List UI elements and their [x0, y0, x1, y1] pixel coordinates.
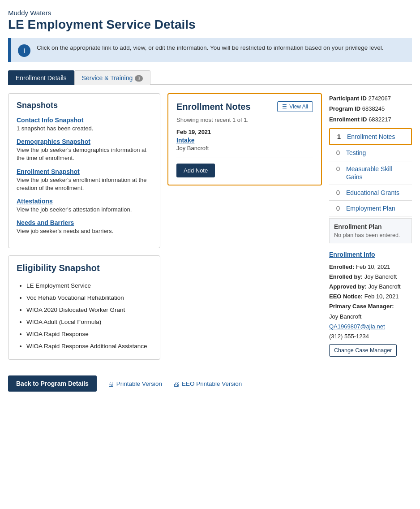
- demographics-snapshot-desc: View the job seeker's demographics infor…: [17, 146, 152, 162]
- eligibility-list: LE Employment Service Voc Rehab Vocation…: [17, 280, 152, 352]
- needs-barriers-link[interactable]: Needs and Barriers: [17, 219, 152, 226]
- nav-item-measurable-skill-gains[interactable]: 0 Measurable Skill Gains: [329, 161, 412, 185]
- snapshot-contact-info: Contact Info Snapshot 1 snapshot has bee…: [17, 116, 152, 133]
- printable-version-link[interactable]: 🖨 Printable Version: [107, 380, 162, 388]
- snapshot-enrollment: Enrollment Snapshot View the job seeker'…: [17, 168, 152, 192]
- note-author: Joy Bancroft: [176, 145, 313, 151]
- nav-label-employment-plan: Employment Plan: [346, 204, 395, 212]
- nav-label-measurable-skill-gains: Measurable Skill Gains: [346, 165, 407, 181]
- divider: [176, 158, 313, 158]
- nav-item-employment-plan[interactable]: 0 Employment Plan: [329, 201, 412, 216]
- enrollment-id-label: Enrollment ID: [329, 116, 367, 123]
- nav-label-educational-grants: Educational Grants: [346, 189, 399, 197]
- list-item: WIOA Rapid Response Additional Assistanc…: [26, 340, 152, 352]
- enrollment-plan-text: No plan has been entered.: [334, 232, 407, 238]
- change-case-manager-button[interactable]: Change Case Manager: [329, 344, 397, 357]
- banner-text: Click on the appropriate link to add, vi…: [37, 43, 383, 52]
- email-link[interactable]: QA1969807@ajla.net: [329, 323, 385, 330]
- snapshot-demographics: Demographics Snapshot View the job seeke…: [17, 138, 152, 162]
- list-icon: ☰: [282, 104, 287, 110]
- demographics-snapshot-link[interactable]: Demographics Snapshot: [17, 138, 152, 145]
- contact-info-snapshot-link[interactable]: Contact Info Snapshot: [17, 116, 152, 124]
- email-row: QA1969807@ajla.net: [329, 322, 412, 332]
- list-item: WIOA Adult (Local Formula): [26, 316, 152, 328]
- enrollment-notes-card: Enrollment Notes ☰ View All Showing most…: [167, 93, 322, 185]
- participant-info: Participant ID 2742067 Program ID 683824…: [329, 93, 412, 125]
- service-training-badge: 3: [135, 75, 143, 82]
- note-intake-link[interactable]: Intake: [176, 137, 313, 144]
- program-id-label: Program ID: [329, 105, 360, 112]
- list-item: LE Employment Service: [26, 280, 152, 292]
- note-date: Feb 19, 2021: [176, 129, 313, 135]
- eeo-print-icon: 🖨: [173, 380, 180, 388]
- enrollment-info-link[interactable]: Enrollment Info: [329, 250, 412, 260]
- enrollment-notes-title: Enrollment Notes: [176, 102, 251, 112]
- attestations-desc: View the job seeker's attestation inform…: [17, 206, 152, 214]
- snapshots-card: Snapshots Contact Info Snapshot 1 snapsh…: [8, 93, 160, 248]
- nav-item-enrollment-notes[interactable]: 1 Enrollment Notes: [329, 128, 412, 145]
- info-icon: i: [18, 44, 30, 57]
- nav-label-enrollment-notes: Enrollment Notes: [347, 133, 395, 141]
- add-note-button[interactable]: Add Note: [176, 164, 215, 177]
- eeo-notice-row: EEO Notice: Feb 10, 2021: [329, 292, 412, 302]
- enrollment-snapshot-link[interactable]: Enrollment Snapshot: [17, 168, 152, 175]
- enrollment-info-section: Enrollment Info Enrolled: Feb 10, 2021 E…: [329, 250, 412, 357]
- enrolled-row: Enrolled: Feb 10, 2021: [329, 262, 412, 272]
- tab-enrollment-details[interactable]: Enrollment Details: [8, 70, 74, 85]
- nav-count-employment-plan: 0: [334, 204, 343, 212]
- enrolled-by-row: Enrolled by: Joy Bancroft: [329, 272, 412, 282]
- list-item: WIOA 2020 Dislocated Worker Grant: [26, 304, 152, 316]
- enrollment-plan-section: Enrollment Plan No plan has been entered…: [329, 218, 412, 243]
- list-item: Voc Rehab Vocational Rehabilitation: [26, 292, 152, 304]
- list-item: WIOA Rapid Response: [26, 328, 152, 340]
- right-sidebar: Participant ID 2742067 Program ID 683824…: [329, 93, 412, 357]
- phone-row: (312) 555-1234: [329, 332, 412, 341]
- footer-bar: Back to Program Details 🖨 Printable Vers…: [8, 369, 412, 392]
- eeo-printable-version-link[interactable]: 🖨 EEO Printable Version: [173, 380, 242, 388]
- snapshots-title: Snapshots: [17, 101, 152, 110]
- notes-showing-text: Showing most recent 1 of 1.: [176, 116, 313, 123]
- nav-count-testing: 0: [334, 149, 343, 156]
- print-icon: 🖨: [107, 380, 114, 388]
- participant-id-value: 2742067: [368, 95, 391, 102]
- nav-item-testing[interactable]: 0 Testing: [329, 145, 412, 161]
- primary-case-manager-row: Primary Case Manager: Joy Bancroft: [329, 302, 412, 321]
- enrollment-snapshot-desc: View the job seeker's enrollment informa…: [17, 176, 152, 192]
- eligibility-title: Eligibility Snapshot: [17, 263, 152, 273]
- view-all-button[interactable]: ☰ View All: [277, 101, 313, 112]
- snapshot-needs-barriers: Needs and Barriers View job seeker's nee…: [17, 219, 152, 235]
- tabs-bar: Enrollment Details Service & Training3: [8, 70, 412, 85]
- contact-info-snapshot-desc: 1 snapshot has been created.: [17, 125, 152, 133]
- page-title: LE Employment Service Details: [8, 17, 412, 32]
- enrollment-id-value: 6832217: [369, 116, 391, 123]
- attestations-link[interactable]: Attestations: [17, 198, 152, 205]
- nav-count-measurable-skill-gains: 0: [334, 165, 343, 173]
- tab-service-training[interactable]: Service & Training3: [74, 70, 151, 85]
- nav-label-testing: Testing: [346, 149, 366, 157]
- person-name: Muddy Waters: [8, 9, 412, 17]
- nav-count-educational-grants: 0: [334, 189, 343, 196]
- participant-id-label: Participant ID: [329, 95, 367, 102]
- back-to-program-details-button[interactable]: Back to Program Details: [8, 375, 97, 392]
- nav-count-enrollment-notes: 1: [334, 133, 343, 140]
- approved-by-row: Approved by: Joy Bancroft: [329, 282, 412, 292]
- needs-barriers-desc: View job seeker's needs and barriers.: [17, 227, 152, 235]
- snapshot-attestations: Attestations View the job seeker's attes…: [17, 198, 152, 214]
- eligibility-card: Eligibility Snapshot LE Employment Servi…: [8, 255, 160, 360]
- info-banner: i Click on the appropriate link to add, …: [8, 38, 412, 62]
- enrollment-plan-title: Enrollment Plan: [334, 223, 407, 230]
- program-id-value: 6838245: [362, 105, 385, 112]
- nav-item-educational-grants[interactable]: 0 Educational Grants: [329, 185, 412, 201]
